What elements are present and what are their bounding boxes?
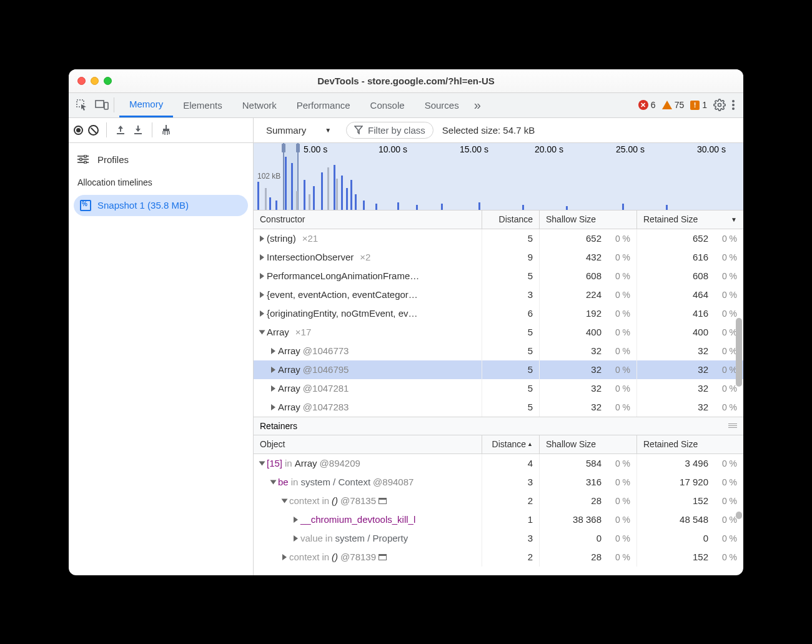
disclosure-triangle-icon[interactable] <box>271 404 275 410</box>
main-tabs: Memory Elements Network Performance Cons… <box>69 93 743 118</box>
error-count[interactable]: ✕6 <box>638 100 656 110</box>
sidebar-toolbar <box>69 118 253 143</box>
disclosure-triangle-icon[interactable] <box>271 367 275 373</box>
scrollbar-thumb[interactable] <box>736 512 742 519</box>
table-row[interactable]: be in system / Context @89408733160 %17 … <box>254 473 743 492</box>
retainers-menu-icon[interactable] <box>728 424 737 428</box>
timeline-tick: 25.00 s <box>616 144 645 154</box>
disclosure-triangle-icon[interactable] <box>270 480 277 484</box>
view-dropdown[interactable]: Summary ▼ <box>260 122 337 138</box>
svg-rect-5 <box>134 133 142 134</box>
svg-rect-2 <box>104 102 108 109</box>
sidebar: Profiles Allocation timelines Snapshot 1… <box>69 118 254 575</box>
disclosure-triangle-icon[interactable] <box>260 310 264 317</box>
disclosure-triangle-icon[interactable] <box>259 330 265 334</box>
svg-rect-7 <box>163 129 169 131</box>
device-toolbar-icon[interactable] <box>95 98 109 112</box>
tab-overflow[interactable]: » <box>469 92 486 117</box>
load-profile-icon[interactable] <box>114 124 127 136</box>
issue-count[interactable]: !1 <box>690 100 707 110</box>
column-r-distance[interactable]: Distance▲ <box>482 435 540 453</box>
timeline-tick: 5.00 s <box>304 144 327 154</box>
snapshot-icon <box>80 200 91 211</box>
record-button[interactable] <box>74 126 83 135</box>
disclosure-triangle-icon[interactable] <box>260 254 264 260</box>
table-row[interactable]: (string)×2156520 %6520 % <box>254 229 743 248</box>
svg-rect-1 <box>96 101 104 107</box>
timeline-tick: 20.00 s <box>535 144 563 154</box>
disclosure-triangle-icon[interactable] <box>260 235 264 242</box>
retainers-header-row: Object Distance▲ Shallow Size Retained S… <box>254 435 743 454</box>
timeline-bars <box>254 154 743 210</box>
table-row[interactable]: [15] in Array @89420945840 %3 4960 % <box>254 454 743 473</box>
column-constructor[interactable]: Constructor <box>254 211 482 229</box>
column-retained[interactable]: Retained Size▼ <box>637 211 743 229</box>
retainers-header: Retainers <box>254 417 743 435</box>
table-row[interactable]: context in () @78139 2280 %1520 % <box>254 548 743 567</box>
svg-rect-4 <box>117 133 124 134</box>
collect-garbage-icon[interactable] <box>160 124 172 136</box>
tab-elements[interactable]: Elements <box>173 92 232 117</box>
snapshot-item[interactable]: Snapshot 1 (35.8 MB) <box>74 195 248 216</box>
disclosure-triangle-icon[interactable] <box>259 461 265 465</box>
disclosure-triangle-icon[interactable] <box>282 554 287 560</box>
retainer-rows: [15] in Array @89420945840 %3 4960 %be i… <box>254 454 743 575</box>
inspect-element-icon[interactable] <box>75 98 89 112</box>
table-row[interactable]: PerformanceLongAnimationFrame…56080 %608… <box>254 267 743 285</box>
devtools-window: DevTools - store.google.com/?hl=en-US Me… <box>69 69 743 575</box>
filter-placeholder: Filter by class <box>368 125 425 136</box>
svg-rect-8 <box>84 155 86 157</box>
profiles-heading: Profiles <box>69 151 253 169</box>
disclosure-triangle-icon[interactable] <box>271 348 275 354</box>
selection-handle-right[interactable] <box>296 144 300 152</box>
table-row[interactable]: context in () @78135 2280 %1520 % <box>254 492 743 510</box>
column-shallow[interactable]: Shallow Size <box>540 211 637 229</box>
table-row[interactable]: __chromium_devtools_kill_l138 3680 %48 5… <box>254 510 743 529</box>
settings-icon[interactable] <box>713 99 726 111</box>
table-row[interactable]: {event, eventAction, eventCategor…32240 … <box>254 285 743 304</box>
tab-performance[interactable]: Performance <box>287 92 360 117</box>
separator <box>106 122 107 137</box>
table-row[interactable]: IntersectionObserver×294320 %6160 % <box>254 248 743 267</box>
table-row[interactable]: Array @10472835320 %320 % <box>254 398 743 417</box>
constructor-header-row: Constructor Distance Shallow Size Retain… <box>254 211 743 229</box>
disclosure-triangle-icon[interactable] <box>260 273 264 279</box>
disclosure-triangle-icon[interactable] <box>294 517 298 523</box>
timeline-tick: 10.00 s <box>379 144 407 154</box>
disclosure-triangle-icon[interactable] <box>271 385 275 392</box>
table-row[interactable]: Array @10472815320 %320 % <box>254 379 743 398</box>
column-r-shallow[interactable]: Shallow Size <box>540 435 637 453</box>
disclosure-triangle-icon[interactable] <box>282 498 288 503</box>
window-title: DevTools - store.google.com/?hl=en-US <box>69 76 743 86</box>
filter-input[interactable]: Filter by class <box>346 122 433 139</box>
table-row[interactable]: {originatingEntity, noGtmEvent, ev…61920… <box>254 304 743 323</box>
scrollbar-thumb[interactable] <box>736 318 742 387</box>
tab-console[interactable]: Console <box>360 92 415 117</box>
tab-memory[interactable]: Memory <box>119 92 173 117</box>
selection-handle-left[interactable] <box>282 144 285 152</box>
svg-point-3 <box>718 104 721 107</box>
tab-network[interactable]: Network <box>232 92 287 117</box>
table-row[interactable]: Array×1754000 %4000 % <box>254 323 743 342</box>
svg-rect-10 <box>84 161 86 164</box>
save-profile-icon[interactable] <box>132 124 144 136</box>
summary-toolbar: Summary ▼ Filter by class Selected size:… <box>254 118 743 143</box>
svg-rect-9 <box>80 158 82 161</box>
separator <box>152 122 152 137</box>
profiles-label: Profiles <box>97 154 129 165</box>
table-row[interactable]: Array @10467955320 %320 % <box>254 360 743 379</box>
column-object[interactable]: Object <box>254 435 482 453</box>
more-menu-icon[interactable] <box>732 100 735 110</box>
disclosure-triangle-icon[interactable] <box>294 535 298 542</box>
window-icon <box>379 554 387 560</box>
disclosure-triangle-icon[interactable] <box>260 292 264 298</box>
table-row[interactable]: Array @10467735320 %320 % <box>254 342 743 360</box>
tab-sources[interactable]: Sources <box>415 92 469 117</box>
column-distance[interactable]: Distance <box>482 211 540 229</box>
allocation-timeline[interactable]: 5.00 s 10.00 s 15.00 s 20.00 s 25.00 s 3… <box>254 143 743 211</box>
clear-button[interactable] <box>88 125 99 136</box>
column-r-retained[interactable]: Retained Size <box>637 435 743 453</box>
table-row[interactable]: value in system / Property300 %00 % <box>254 529 743 548</box>
warning-count[interactable]: 75 <box>662 100 685 110</box>
timeline-tick: 30.00 s <box>697 144 726 154</box>
